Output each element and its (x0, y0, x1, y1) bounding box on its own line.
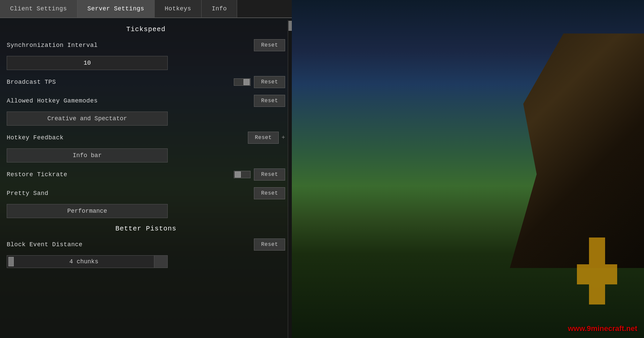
restore-tickrate-reset-button[interactable]: Reset (254, 168, 285, 181)
restore-tickrate-label: Restore Tickrate (7, 171, 67, 178)
better-pistons-section-title: Better Pistons (7, 221, 285, 235)
restore-tickrate-row: Restore Tickrate Reset (7, 165, 285, 184)
broadcast-tps-toggle-wrapper: Reset (234, 76, 285, 88)
block-event-distance-input-wrapper: 4 chunks (7, 255, 285, 268)
chunks-slider-area: 4 chunks (14, 256, 154, 268)
block-event-distance-reset-button[interactable]: Reset (254, 239, 285, 251)
scrollbar-track[interactable] (288, 20, 292, 338)
tab-hotkeys[interactable]: Hotkeys (155, 0, 202, 17)
hotkey-gamemodes-label: Allowed Hotkey Gamemodes (7, 97, 98, 104)
broadcast-tps-reset-button[interactable]: Reset (254, 76, 285, 88)
hotkey-feedback-row: Hotkey Feedback Reset + (7, 128, 285, 147)
restore-tickrate-toggle-thumb (235, 172, 241, 178)
watermark: www.9minecraft.net (568, 324, 637, 333)
broadcast-tps-toggle-thumb (244, 79, 250, 85)
block-event-distance-label: Block Event Distance (7, 241, 83, 248)
chunks-slider-container[interactable]: 4 chunks (7, 255, 168, 268)
sync-interval-label: Synchronization Interval (7, 42, 98, 49)
sync-interval-input-wrapper (7, 55, 285, 73)
broadcast-tps-label: Broadcast TPS (7, 79, 56, 85)
sync-interval-input[interactable] (7, 56, 168, 70)
tab-client-settings[interactable]: Client Settings (0, 0, 77, 17)
sync-interval-reset-button[interactable]: Reset (254, 39, 285, 51)
restore-tickrate-toggle-wrapper: Reset (234, 168, 285, 181)
pretty-sand-input-wrapper: Performance (7, 203, 285, 221)
sync-interval-row: Synchronization Interval Reset (7, 36, 285, 55)
broadcast-tps-row: Broadcast TPS Reset (7, 73, 285, 91)
plus-icon: + (281, 134, 285, 141)
hotkey-feedback-reset-button[interactable]: Reset (248, 132, 279, 144)
hotkey-feedback-input-wrapper: Info bar (7, 147, 285, 165)
hotkey-gamemodes-reset-button[interactable]: Reset (254, 95, 285, 107)
pretty-sand-dropdown[interactable]: Performance (7, 204, 168, 218)
hotkey-feedback-controls: Reset + (248, 132, 285, 144)
chunks-slider-end (154, 256, 167, 268)
broadcast-tps-toggle[interactable] (234, 78, 251, 86)
scrollbar-thumb[interactable] (288, 21, 292, 31)
hotkey-feedback-label: Hotkey Feedback (7, 134, 64, 141)
settings-content: Tickspeed Synchronization Interval Reset… (0, 18, 292, 336)
restore-tickrate-toggle[interactable] (234, 171, 251, 178)
pretty-sand-label: Pretty Sand (7, 190, 48, 197)
hotkey-gamemodes-dropdown[interactable]: Creative and Spectator (7, 112, 168, 126)
hotkey-feedback-dropdown[interactable]: Info bar (7, 148, 168, 162)
pretty-sand-row: Pretty Sand Reset (7, 184, 285, 203)
chunks-value-label: 4 chunks (16, 258, 151, 265)
settings-panel: Client Settings Server Settings Hotkeys … (0, 0, 292, 338)
tab-server-settings[interactable]: Server Settings (77, 0, 155, 17)
pretty-sand-reset-button[interactable]: Reset (254, 187, 285, 199)
chunks-slider-handle[interactable] (8, 257, 14, 266)
block-event-distance-row: Block Event Distance Reset (7, 235, 285, 254)
tab-bar: Client Settings Server Settings Hotkeys … (0, 0, 292, 18)
hotkey-gamemodes-input-wrapper: Creative and Spectator (7, 110, 285, 128)
hotkey-gamemodes-row: Allowed Hotkey Gamemodes Reset (7, 91, 285, 110)
tickspeed-section-title: Tickspeed (7, 21, 285, 36)
tab-info[interactable]: Info (202, 0, 237, 17)
